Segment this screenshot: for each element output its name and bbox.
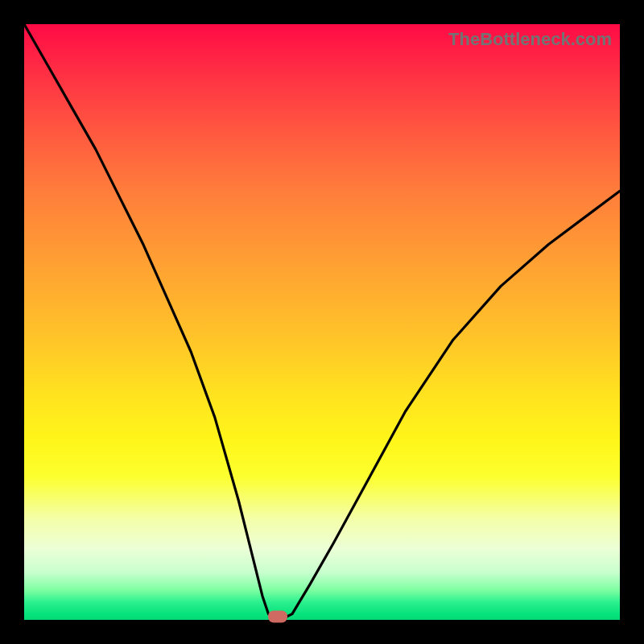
chart-frame: TheBottleneck.com (0, 0, 644, 644)
curve-layer (24, 24, 620, 620)
plot-area: TheBottleneck.com (24, 24, 620, 620)
bottleneck-curve (24, 24, 620, 620)
optimum-marker (268, 610, 287, 622)
